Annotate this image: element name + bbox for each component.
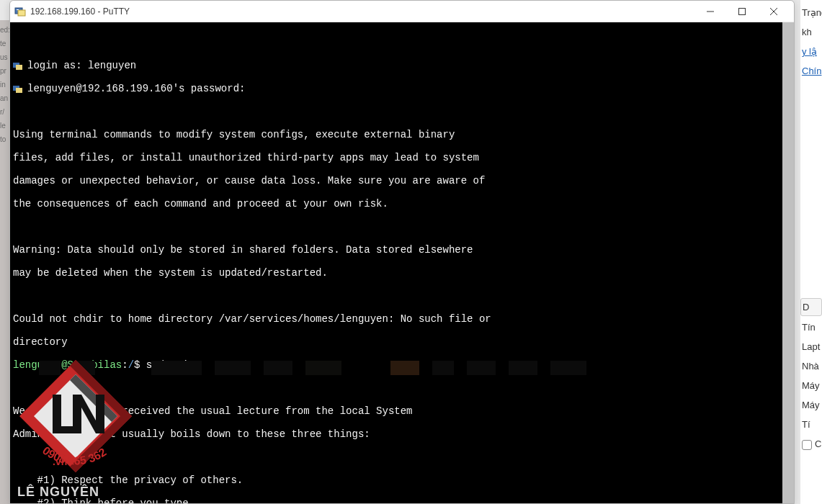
bg-item: Chín [800,61,822,81]
bg-item: D [800,298,822,316]
titlebar[interactable]: 192.168.199.160 - PuTTY [10,1,794,22]
svg-rect-8 [16,65,22,70]
terminal-text: login as: lenguyen [27,60,136,71]
scrollbar-thumb[interactable] [782,22,794,503]
window-title: 192.168.199.160 - PuTTY [30,6,130,17]
minimize-button[interactable] [694,1,726,22]
terminal-text: #2) Think before you type. [13,498,794,503]
terminal-text: Warning: Data should only be stored in s… [13,244,794,256]
redaction-row [39,361,586,375]
close-button[interactable] [758,1,790,22]
svg-rect-1 [18,10,25,16]
terminal-text: files, add files, or install unauthorize… [13,152,794,163]
terminal-text: Could not chdir to home directory /var/s… [13,313,794,325]
terminal-text: lenguyen@192.168.199.160's password: [27,83,245,94]
bg-item: Nhà [800,356,822,376]
terminal-text: Administrator. It usually boils down to … [13,428,794,440]
bg-item: Lapt [800,337,822,356]
terminal-text: #1) Respect the privacy of others. [13,474,794,486]
checkbox-icon [802,440,812,450]
prompt-session-icon [13,84,23,93]
bg-item: Cài Win Tại Nhà [815,438,822,449]
terminal-text: Using terminal commands to modify system… [13,129,794,140]
bg-item: Tí [800,415,822,434]
svg-rect-4 [739,8,746,14]
terminal-text: directory [13,336,794,348]
bg-item: Máy [800,376,822,395]
terminal-text: may be deleted when the system is update… [13,267,794,279]
svg-rect-10 [16,88,22,93]
terminal-text: We trust you have received the usual lec… [13,405,794,417]
maximize-button[interactable] [726,1,758,22]
svg-rect-2 [17,9,19,10]
terminal-area[interactable]: login as: lenguyen lenguyen@192.168.199.… [10,22,794,503]
bg-item: Trạng thái Bản n [800,3,822,22]
putty-window: 192.168.199.160 - PuTTY login as: lenguy… [9,0,795,504]
putty-icon [14,6,26,17]
background-right-panel: Trạng thái Bản n kh y lậ Chín D Tín Lapt… [800,0,822,504]
bg-item: y lậ [800,42,822,61]
redaction-block [39,404,61,418]
bg-item: Máy [800,395,822,415]
scrollbar[interactable] [782,22,794,503]
bg-item: kh [800,22,822,42]
prompt-session-icon [13,61,23,70]
terminal-text: damages or unexpected behavior, or cause… [13,175,794,186]
bg-item: Tín [800,318,822,337]
terminal-text: the consequences of each command and pro… [13,198,794,210]
